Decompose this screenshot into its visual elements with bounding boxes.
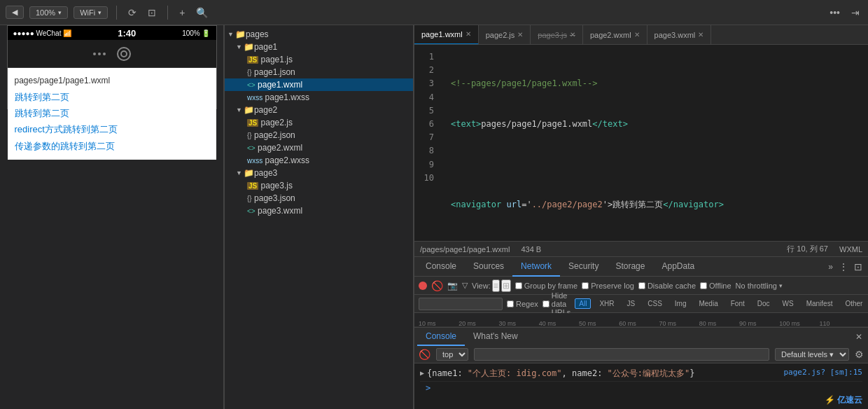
camera-icon[interactable]: 📷 [447, 281, 458, 291]
offline-label[interactable]: Offline [700, 282, 732, 290]
tab-label: page1.wxml [421, 30, 463, 39]
tab-page3js[interactable]: page3.js ✕ [531, 25, 583, 45]
hide-data-urls-checkbox[interactable] [542, 300, 550, 307]
sim-record-btn[interactable] [117, 47, 131, 61]
tab-storage[interactable]: Storage [607, 257, 653, 277]
regex-checkbox[interactable] [507, 300, 514, 307]
status-line-col: 行 10, 列 67 [787, 244, 828, 254]
filter-xhr-btn[interactable]: XHR [595, 298, 618, 309]
close-icon[interactable]: ✕ [698, 31, 704, 39]
console-source-link[interactable]: page2.js? [sm]:15 [783, 368, 862, 377]
group-by-frame-checkbox[interactable] [515, 282, 522, 289]
disable-cache-checkbox[interactable] [638, 282, 645, 289]
tab-network[interactable]: Network [512, 257, 560, 277]
disable-cache-label[interactable]: Disable cache [638, 282, 696, 290]
tab-page1wxml[interactable]: page1.wxml ✕ [414, 25, 479, 45]
compile-button[interactable]: + [176, 4, 188, 21]
console-tab-whatsnew[interactable]: What's New [465, 328, 526, 346]
filter-css-btn[interactable]: CSS [643, 298, 666, 309]
group-by-frame-text: Group by frame [524, 282, 578, 290]
code-content[interactable]: <!--pages/page1/page1.wxml--> <text>page… [440, 45, 868, 241]
tree-file-page2wxml[interactable]: <> page2.wxml [225, 141, 413, 154]
clear-button[interactable]: 🚫 [431, 280, 443, 291]
gear-icon[interactable]: ⚙ [855, 349, 864, 360]
tab-console[interactable]: Console [417, 257, 465, 277]
filter-ws-btn[interactable]: WS [778, 298, 798, 309]
search-button[interactable]: 🔍 [193, 4, 211, 21]
tree-label: page1.wxml [258, 80, 302, 90]
sim-link-3[interactable]: redirect方式跳转到第二页 [15, 121, 209, 137]
zoom-button[interactable]: 100% ▾ [29, 6, 68, 19]
filter-all-btn[interactable]: All [575, 298, 591, 309]
filter-input[interactable] [419, 298, 503, 310]
timeline-mark-110: 110 [819, 320, 830, 327]
tree-file-page1wxml[interactable]: <> page1.wxml [225, 78, 413, 91]
context-selector[interactable]: top [436, 348, 468, 361]
filter-js-btn[interactable]: JS [623, 298, 640, 309]
throttling-selector[interactable]: No throttling ▾ [736, 282, 783, 290]
regex-label[interactable]: Regex [507, 300, 538, 308]
tree-file-page1wxss[interactable]: wxss page1.wxss [225, 91, 413, 104]
console-filter-input[interactable] [474, 348, 769, 361]
tree-folder-page3[interactable]: ▼ 📁 page3 [225, 167, 413, 179]
console-tab-console[interactable]: Console [417, 328, 465, 346]
tab-page2wxml[interactable]: page2.wxml ✕ [583, 25, 648, 45]
close-icon[interactable]: ✕ [570, 31, 575, 39]
sim-link-1[interactable]: 跳转到第二页 [15, 89, 209, 105]
group-by-frame-label[interactable]: Group by frame [515, 282, 578, 290]
close-icon[interactable]: ✕ [634, 31, 640, 39]
preserve-log-label[interactable]: Preserve log [582, 282, 634, 290]
tab-sources[interactable]: Sources [465, 257, 512, 277]
tab-appdata[interactable]: AppData [653, 257, 703, 277]
timeline-mark-10: 10 ms [419, 320, 436, 327]
filter-icon[interactable]: ▽ [462, 281, 468, 290]
rotate-button[interactable]: ⟳ [125, 4, 139, 21]
tree-file-page2json[interactable]: {} page2.json [225, 129, 413, 141]
tree-file-page1json[interactable]: {} page1.json [225, 66, 413, 78]
layout-button[interactable]: ⇥ [848, 4, 862, 21]
sim-dots-btn[interactable] [93, 53, 106, 55]
network-button[interactable]: WiFi ▾ [74, 6, 108, 19]
devtools-more-btn[interactable]: ⋮ [836, 258, 851, 275]
clear-console-button[interactable]: 🚫 [419, 349, 430, 360]
tree-file-page2js[interactable]: JS page2.js [225, 116, 413, 129]
expand-button[interactable]: ⊡ [145, 4, 159, 21]
close-icon[interactable]: ✕ [465, 30, 471, 38]
sim-link-4[interactable]: 传递参数的跳转到第二页 [15, 138, 209, 154]
console-close-button[interactable]: ✕ [855, 332, 862, 342]
tree-file-page3json[interactable]: {} page3.json [225, 192, 413, 204]
filter-font-btn[interactable]: Font [727, 298, 749, 309]
tree-file-page1js[interactable]: JS page1.js [225, 53, 413, 66]
grid-view-button[interactable]: ⊞ [501, 279, 511, 292]
filter-img-btn[interactable]: Img [671, 298, 691, 309]
logo-icon: ⚡ [825, 395, 835, 405]
record-button[interactable] [419, 282, 427, 290]
tree-folder-pages[interactable]: ▼ 📁 pages [225, 28, 413, 41]
filter-doc-btn[interactable]: Doc [753, 298, 774, 309]
tree-file-page2wxss[interactable]: wxss page2.wxss [225, 154, 413, 167]
filter-other-btn[interactable]: Other [841, 298, 867, 309]
tab-security[interactable]: Security [560, 257, 607, 277]
tab-page2js[interactable]: page2.js ✕ [479, 25, 531, 45]
sim-link-2[interactable]: 跳转到第二页 [15, 105, 209, 121]
list-view-button[interactable]: ≡ [492, 279, 500, 292]
tab-page3wxml[interactable]: page3.wxml ✕ [648, 25, 712, 45]
tree-file-page3wxml[interactable]: <> page3.wxml [225, 204, 413, 217]
more-tabs-icon[interactable]: » [828, 262, 833, 272]
tree-folder-page1[interactable]: ▼ 📁 page1 [225, 41, 413, 53]
close-icon[interactable]: ✕ [517, 31, 523, 39]
regex-text: Regex [516, 300, 538, 308]
filter-manifest-btn[interactable]: Manifest [802, 298, 837, 309]
code-area[interactable]: 12345 678910 <!--pages/page1/page1.wxml-… [414, 45, 868, 241]
sim-content: pages/page1/page1.wxml 跳转到第二页 跳转到第二页 red… [8, 68, 216, 160]
expand-icon[interactable]: ▶ [420, 369, 424, 377]
back-button[interactable]: ◀ [6, 6, 24, 19]
tree-file-page3js[interactable]: JS page3.js [225, 179, 413, 192]
devtools-close-btn[interactable]: ⊡ [851, 258, 865, 275]
tree-folder-page2[interactable]: ▼ 📁 page2 [225, 104, 413, 116]
levels-selector[interactable]: Default levels ▾ [775, 348, 849, 361]
filter-media-btn[interactable]: Media [694, 298, 722, 309]
more-button[interactable]: ••• [827, 4, 843, 21]
offline-checkbox[interactable] [700, 282, 707, 289]
preserve-log-checkbox[interactable] [582, 282, 589, 289]
